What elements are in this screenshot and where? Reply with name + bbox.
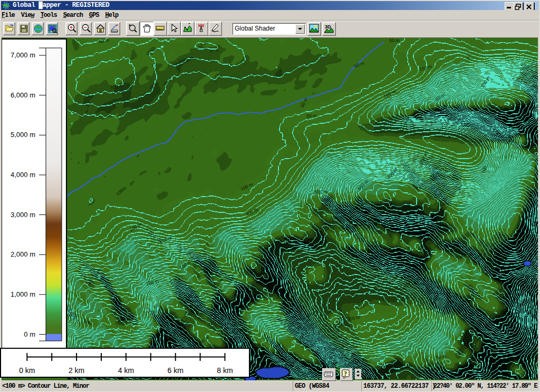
- svg-text:7,000 m: 7,000 m: [11, 51, 35, 59]
- svg-text:50 m: 50 m: [371, 273, 381, 279]
- svg-text:6,000 m: 6,000 m: [11, 91, 35, 99]
- svg-text:3,000 m: 3,000 m: [11, 211, 35, 219]
- svg-text:3D: 3D: [325, 24, 331, 30]
- svg-text:1,000 m: 1,000 m: [11, 290, 35, 298]
- svg-text:8 km: 8 km: [217, 366, 233, 375]
- svg-text:?: ?: [344, 370, 347, 377]
- svg-text:2,000 m: 2,000 m: [11, 250, 35, 258]
- svg-text:5,000 m: 5,000 m: [11, 131, 35, 139]
- svg-text:6 km: 6 km: [168, 366, 184, 375]
- svg-text:4,000 m: 4,000 m: [11, 171, 35, 179]
- svg-text:0 m: 0 m: [24, 330, 35, 338]
- svg-text:4 km: 4 km: [118, 366, 134, 375]
- svg-text:50 m: 50 m: [306, 113, 317, 119]
- svg-text:50 m: 50 m: [389, 38, 400, 43]
- svg-text:400: 400: [508, 138, 516, 143]
- svg-text:500 m: 500 m: [315, 189, 327, 194]
- svg-text:2 km: 2 km: [69, 366, 84, 375]
- svg-text:0 km: 0 km: [19, 366, 35, 375]
